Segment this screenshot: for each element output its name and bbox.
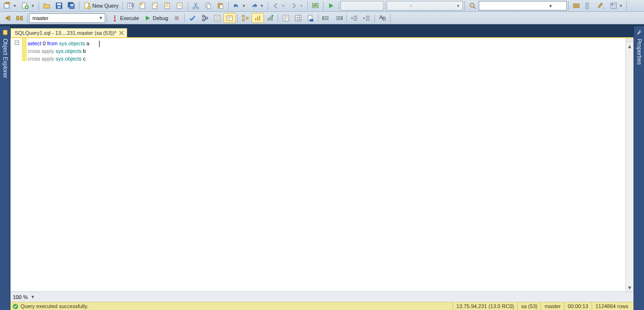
find-input[interactable] — [482, 2, 548, 10]
zoom-dropdown[interactable]: ▾ — [30, 294, 36, 300]
svg-rect-1 — [6, 2, 10, 4]
cancel-query-button[interactable] — [171, 13, 183, 23]
include-live-stats-button[interactable] — [264, 13, 276, 23]
results-to-grid-button[interactable] — [292, 13, 304, 23]
svg-rect-39 — [175, 16, 179, 20]
svg-text:DB: DB — [129, 2, 134, 8]
include-stats-button[interactable] — [252, 13, 264, 23]
results-to-text-button[interactable] — [280, 13, 292, 23]
object-explorer-button[interactable] — [583, 1, 595, 11]
zoom-bar: 100 % ▾ — [10, 291, 634, 302]
svg-rect-30 — [577, 4, 579, 8]
svg-text:B: B — [382, 16, 386, 21]
svg-point-22 — [197, 7, 199, 9]
uncomment-button[interactable] — [332, 13, 345, 23]
nav-back-button[interactable]: ▼ — [270, 1, 288, 11]
svg-rect-51 — [268, 18, 269, 21]
svg-rect-47 — [246, 17, 248, 19]
nav-fwd-button[interactable]: ▼ — [288, 1, 306, 11]
editor-area: − select 0 from sys.objects a cross appl… — [10, 37, 634, 291]
redo-button[interactable]: ▼ — [248, 1, 266, 11]
db-engine-query-button[interactable]: DB — [124, 1, 137, 11]
increase-indent-button[interactable] — [361, 13, 373, 23]
open-button[interactable] — [40, 1, 53, 11]
svg-rect-36 — [20, 16, 22, 20]
svg-point-38 — [114, 20, 116, 21]
svg-point-54 — [272, 15, 273, 17]
svg-rect-9 — [70, 4, 73, 6]
svg-rect-52 — [270, 17, 271, 21]
start-button[interactable] — [325, 1, 337, 11]
object-explorer-panel[interactable]: Object Explorer — [0, 26, 10, 310]
results-to-file-button[interactable] — [304, 13, 317, 23]
svg-rect-58 — [310, 19, 313, 21]
svg-rect-44 — [227, 16, 232, 21]
paste-button[interactable] — [214, 1, 227, 11]
database-combo[interactable]: ▾ — [29, 13, 105, 23]
scroll-up-icon[interactable]: ▲ — [626, 42, 634, 50]
properties-label: Properties — [636, 37, 643, 65]
solution-config-combo[interactable]: ▾ — [341, 1, 383, 10]
add-item-button[interactable]: ▼ — [19, 1, 37, 11]
status-login: sa (53) — [517, 302, 541, 310]
database-input[interactable] — [32, 14, 98, 22]
svg-rect-45 — [242, 15, 244, 17]
find-button[interactable] — [466, 1, 479, 11]
split-handle[interactable] — [626, 38, 634, 42]
decrease-indent-button[interactable] — [348, 13, 361, 23]
vertical-scrollbar[interactable]: ▲ ▼ — [625, 38, 634, 291]
template-browser-button[interactable] — [595, 1, 607, 11]
cut-button[interactable] — [190, 1, 202, 11]
connect-button[interactable] — [1, 13, 13, 23]
status-rows: 1124864 rows — [592, 302, 632, 310]
code-editor[interactable]: select 0 from sys.objects a cross apply … — [27, 38, 634, 291]
analysis-query-button[interactable] — [137, 1, 149, 11]
activity-monitor-button[interactable] — [309, 1, 322, 11]
registered-servers-button[interactable] — [570, 1, 583, 11]
properties-panel[interactable]: Properties — [634, 26, 644, 310]
new-project-button[interactable]: ▼ — [1, 1, 19, 11]
svg-rect-48 — [255, 18, 256, 21]
tab-title: SQLQuery1.sql - 13....231.master (sa (53… — [15, 30, 116, 36]
close-icon[interactable] — [119, 31, 124, 35]
solution-platform-combo[interactable]: ▾ — [387, 1, 463, 10]
main-toolbar: ▼ ▼ New Query DB ▼ ▼ ▼ ▼ ▾ ▾ ▾ ▼ — [0, 0, 644, 12]
svg-rect-15 — [141, 3, 142, 5]
undo-button[interactable]: ▼ — [230, 1, 248, 11]
comment-button[interactable] — [320, 13, 332, 23]
svg-rect-56 — [295, 15, 301, 21]
dmx-query-button[interactable] — [161, 1, 174, 11]
svg-rect-37 — [114, 15, 115, 19]
svg-point-21 — [193, 7, 195, 9]
save-all-button[interactable] — [65, 1, 78, 11]
specify-values-button[interactable]: AB — [376, 13, 389, 23]
copy-button[interactable] — [202, 1, 214, 11]
execute-button[interactable]: Execute — [109, 13, 141, 23]
svg-rect-6 — [58, 6, 60, 8]
object-explorer-label: Object Explorer — [2, 37, 9, 78]
status-bar: Query executed successfully. 13.75.94.23… — [10, 302, 634, 310]
save-button[interactable] — [53, 1, 65, 11]
estimated-plan-button[interactable] — [199, 13, 211, 23]
find-combo[interactable]: ▾ — [479, 1, 567, 10]
include-plan-button[interactable] — [239, 13, 252, 23]
debug-button[interactable]: Debug — [141, 13, 171, 23]
tab-sqlquery1[interactable]: SQLQuery1.sql - 13....231.master (sa (53… — [10, 28, 127, 37]
change-connection-button[interactable] — [13, 13, 26, 23]
parse-button[interactable] — [186, 13, 199, 23]
new-query-button[interactable]: New Query — [81, 1, 121, 11]
intellisense-button[interactable] — [223, 13, 236, 23]
svg-rect-24 — [207, 4, 211, 9]
svg-rect-17 — [153, 4, 155, 5]
mdx-query-button[interactable] — [149, 1, 161, 11]
xmla-query-button[interactable] — [174, 1, 186, 11]
collapse-icon[interactable]: − — [15, 41, 19, 45]
tab-strip: SQLQuery1.sql - 13....231.master (sa (53… — [10, 26, 634, 37]
svg-rect-33 — [612, 4, 613, 5]
query-options-button[interactable] — [211, 13, 223, 23]
scroll-down-icon[interactable]: ▼ — [626, 283, 634, 291]
svg-rect-34 — [8, 16, 10, 20]
svg-point-11 — [88, 6, 91, 9]
database-icon — [2, 29, 9, 36]
properties-button[interactable]: ▼ — [607, 1, 625, 11]
